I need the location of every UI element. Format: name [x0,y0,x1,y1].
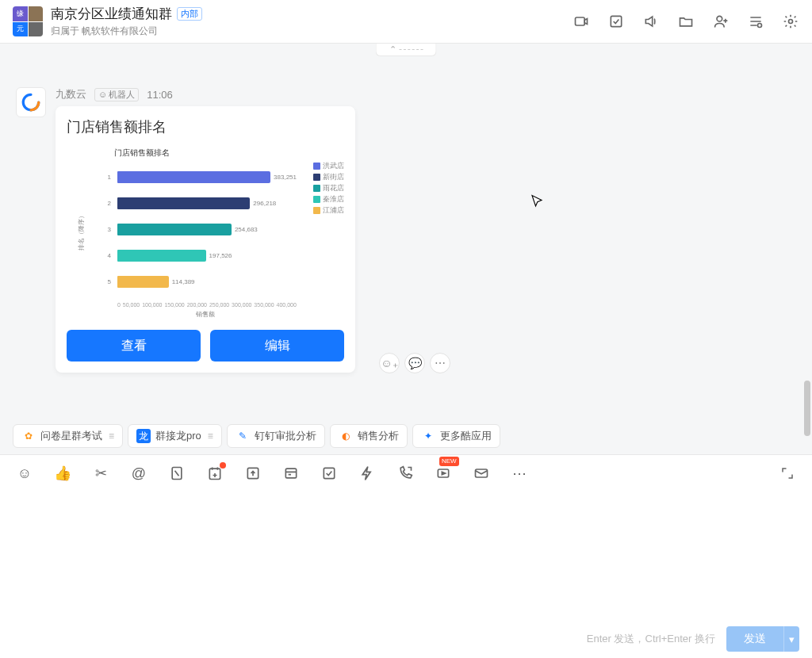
quick-app-approval[interactable]: ✎钉钉审批分析 [227,424,325,448]
sender-avatar[interactable] [16,87,46,117]
message-input[interactable] [0,492,812,618]
edit-button[interactable]: 编辑 [210,330,344,362]
scrollbar[interactable] [804,381,810,436]
group-title-wrap: 南京分区业绩通知群 内部 归属于 帆软软件有限公司 [51,5,202,38]
quick-app-jielong[interactable]: 龙群接龙pro≡ [128,424,222,448]
menu-icon: ≡ [109,430,114,442]
cursor-icon [530,194,544,208]
folder-icon[interactable] [677,13,695,30]
lightning-icon[interactable] [358,465,376,482]
settings-icon[interactable] [782,13,799,30]
task-icon[interactable] [607,13,625,30]
card-title: 门店销售额排名 [67,117,344,136]
more-actions-icon[interactable]: ⋯ [430,353,450,373]
more-icon[interactable]: ⋯ [511,465,528,482]
thumbs-up-icon[interactable]: 👍 [54,465,71,482]
search-icon[interactable] [747,13,764,30]
svg-point-2 [717,16,722,21]
svg-point-3 [758,24,762,28]
chart-yaxis: 12345 [67,164,114,295]
send-button[interactable]: 发送 [726,626,783,652]
header-left: 缘元 南京分区业绩通知群 内部 归属于 帆软软件有限公司 [13,5,202,38]
chart-legend: 洪武店 新街店 雨花店 秦淮店 江浦店 [313,160,344,216]
phone-icon[interactable] [396,465,414,482]
mention-icon[interactable]: @ [130,465,147,482]
calendar-add-icon[interactable] [206,465,224,482]
add-reaction-icon[interactable]: ☺₊ [379,353,400,373]
header-actions [573,13,799,30]
quick-app-survey[interactable]: ✿问卷星群考试≡ [13,424,123,448]
upload-icon[interactable] [244,465,262,482]
add-member-icon[interactable] [712,13,730,30]
view-button[interactable]: 查看 [67,330,201,362]
chart-xaxis: 050,000100,000150,000200,000250,000300,0… [117,302,297,308]
footer-bar: Enter 发送，Ctrl+Enter 换行 发送 ▾ [587,626,799,652]
input-toolbar: ☺ 👍 ✂ @ NEW ⋯ [0,455,812,492]
message-body: 九数云 ☺ 机器人 11:06 门店销售额排名 门店销售额排名 排名（降序） 洪… [56,87,355,373]
message-card[interactable]: 门店销售额排名 门店销售额排名 排名（降序） 洪武店 新街店 雨花店 秦淮店 江… [56,106,355,373]
chart-xlabel: 销售额 [196,310,215,319]
scissors-icon[interactable]: ✂ [92,465,109,482]
message-row: 九数云 ☺ 机器人 11:06 门店销售额排名 门店销售额排名 排名（降序） 洪… [16,87,355,373]
chat-header: 缘元 南京分区业绩通知群 内部 归属于 帆软软件有限公司 [0,0,812,44]
svg-rect-0 [576,17,585,25]
card-buttons: 查看 编辑 [67,330,344,362]
quick-app-more[interactable]: ✦更多酷应用 [412,424,500,448]
send-hint: Enter 发送，Ctrl+Enter 换行 [587,632,715,646]
play-icon[interactable]: NEW [435,465,452,482]
internal-tag: 内部 [177,7,202,21]
message-meta: 九数云 ☺ 机器人 11:06 [56,87,355,101]
collapse-hint[interactable]: ⌃ [376,44,437,56]
group-avatar[interactable]: 缘元 [13,6,43,36]
envelope-icon[interactable] [473,465,490,482]
reply-icon[interactable]: 💬 [404,353,425,373]
group-subtitle: 归属于 帆软软件有限公司 [51,25,202,38]
input-area: ☺ 👍 ✂ @ NEW ⋯ Enter 发送，Ctrl+Enter 换行 发送 … [0,454,812,658]
expand-icon[interactable] [779,465,796,482]
sender-name: 九数云 [56,87,86,101]
menu-icon: ≡ [208,430,213,442]
video-meeting-icon[interactable] [573,13,590,30]
emoji-icon[interactable]: ☺ [16,465,33,482]
group-title: 南京分区业绩通知群 [51,5,172,23]
bot-tag: ☺ 机器人 [94,88,139,101]
chart-plot: 383,251296,218254,683197,526114,389 [117,164,297,295]
card-icon[interactable] [282,465,300,482]
quick-apps-row: ✿问卷星群考试≡ 龙群接龙pro≡ ✎钉钉审批分析 ◐销售分析 ✦更多酷应用 [13,424,500,448]
checkbox-icon[interactable] [320,465,338,482]
quick-app-sales[interactable]: ◐销售分析 [330,424,408,448]
svg-rect-1 [611,16,621,26]
svg-point-4 [789,20,793,24]
message-actions: ☺₊ 💬 ⋯ [379,353,450,373]
svg-rect-9 [324,468,334,478]
speaker-icon[interactable] [642,13,660,30]
chart-title: 门店销售额排名 [114,147,170,159]
chart: 门店销售额排名 排名（降序） 洪武店 新街店 雨花店 秦淮店 江浦店 12345… [67,144,344,319]
chat-area: ⌃ 九数云 ☺ 机器人 11:06 门店销售额排名 门店销售额排名 排名（降序）… [0,44,812,420]
send-dropdown[interactable]: ▾ [783,626,799,652]
message-time: 11:06 [147,89,173,101]
svg-rect-8 [285,469,296,478]
note-icon[interactable] [168,465,186,482]
